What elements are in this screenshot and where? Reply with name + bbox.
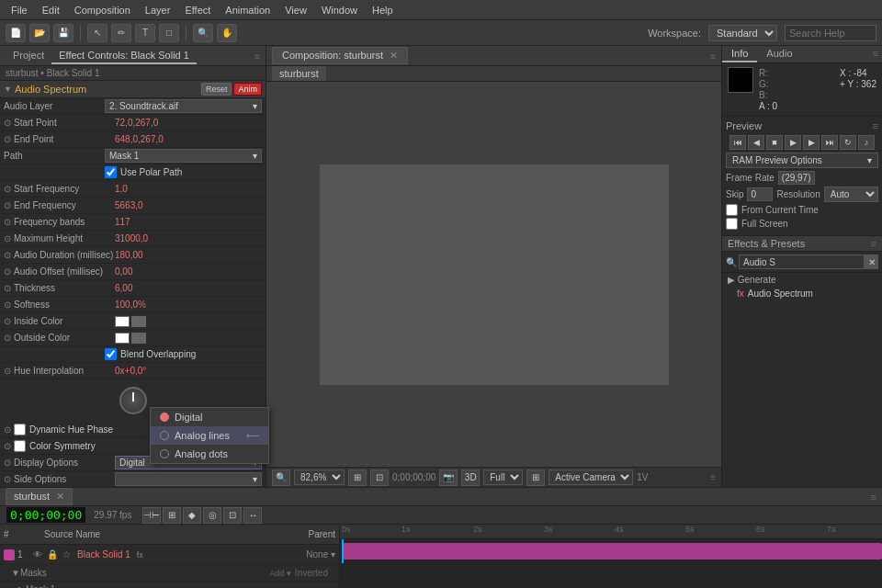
- stopwatch-display-opts[interactable]: ⊙: [4, 458, 11, 468]
- grid-btn[interactable]: ⊞: [526, 469, 545, 486]
- tool-select[interactable]: ↖: [87, 24, 107, 42]
- outside-color-swatch[interactable]: [115, 333, 130, 344]
- inside-color-swatch2[interactable]: [131, 316, 146, 327]
- menu-help[interactable]: Help: [365, 3, 401, 17]
- tool-hand[interactable]: ✋: [217, 24, 237, 42]
- layer-lock[interactable]: 🔒: [47, 549, 58, 560]
- new-btn[interactable]: 📄: [6, 24, 26, 42]
- prop-thickness-value[interactable]: 6,00: [115, 283, 262, 293]
- triangle-mask1[interactable]: ▶: [18, 584, 26, 588]
- color-preview-swatch[interactable]: [728, 67, 753, 93]
- stopwatch-audio-duration[interactable]: ⊙: [4, 250, 11, 260]
- path-dropdown[interactable]: Mask 1 ▾: [105, 149, 262, 163]
- stopwatch-max-height[interactable]: ⊙: [4, 233, 11, 243]
- dropdown-option-digital[interactable]: Digital: [151, 408, 268, 426]
- comp-tab[interactable]: Composition: sturburst ✕: [272, 47, 408, 64]
- color-symmetry-checkbox[interactable]: [14, 440, 26, 452]
- tab-audio[interactable]: Audio: [757, 46, 801, 62]
- side-options-dropdown[interactable]: ▾: [115, 472, 262, 486]
- track-bar-1[interactable]: [342, 543, 882, 560]
- tl-split-btn[interactable]: ⊣⊢: [142, 507, 161, 524]
- stopwatch-side-opts[interactable]: ⊙: [4, 474, 11, 484]
- prop-end-point-value[interactable]: 648,0,267,0: [115, 134, 262, 144]
- effects-item-audio-spectrum[interactable]: fx Audio Spectrum: [722, 287, 882, 300]
- stopwatch-softness[interactable]: ⊙: [4, 300, 11, 310]
- menu-file[interactable]: File: [4, 3, 35, 17]
- menu-animation[interactable]: Animation: [218, 3, 277, 17]
- layer-visibility[interactable]: 👁: [33, 549, 42, 560]
- stopwatch-dynamic-hue[interactable]: ⊙: [4, 424, 11, 435]
- prop-max-height-value[interactable]: 31000,0: [115, 233, 262, 243]
- step-fwd-btn[interactable]: ▶: [803, 135, 820, 150]
- open-btn[interactable]: 📂: [29, 24, 50, 42]
- tl-switch-btn[interactable]: ↔: [243, 507, 262, 524]
- reset-button[interactable]: Reset: [201, 83, 232, 96]
- dynamic-hue-checkbox[interactable]: [14, 424, 26, 435]
- preview-options-btn[interactable]: ≡: [873, 120, 878, 131]
- menu-composition[interactable]: Composition: [67, 3, 138, 17]
- tab-project[interactable]: Project: [6, 48, 51, 64]
- prop-start-point-value[interactable]: 72,0,267,0: [115, 118, 262, 128]
- stopwatch-freq-bands[interactable]: ⊙: [4, 217, 11, 227]
- stopwatch-hue-interp[interactable]: ⊙: [4, 366, 11, 376]
- quality-select[interactable]: Full: [483, 469, 523, 485]
- panel-options-btn[interactable]: ≡: [254, 51, 260, 62]
- stopwatch-end-point[interactable]: ⊙: [4, 134, 11, 144]
- triangle-masks[interactable]: ▼: [11, 568, 20, 578]
- prop-start-freq-value[interactable]: 1,0: [115, 184, 262, 194]
- effects-options-btn[interactable]: ≡: [871, 238, 876, 249]
- prop-freq-bands-value[interactable]: 117: [115, 217, 262, 227]
- prop-end-freq-value[interactable]: 5663,0: [115, 200, 262, 210]
- effects-search-input[interactable]: [739, 254, 865, 269]
- zoom-select[interactable]: 82,6%: [294, 469, 345, 485]
- region-btn[interactable]: ⊡: [370, 469, 389, 486]
- dropdown-option-analog-lines[interactable]: Analog lines ⟵: [151, 426, 268, 445]
- 3d-btn[interactable]: 3D: [461, 469, 480, 486]
- comp-tab-close[interactable]: ✕: [390, 50, 398, 61]
- menu-window[interactable]: Window: [314, 3, 365, 17]
- effects-category-generate[interactable]: ▶ Generate: [722, 273, 882, 287]
- view-mode-btn[interactable]: ⊞: [348, 469, 367, 486]
- stopwatch-inside-color[interactable]: ⊙: [4, 316, 11, 326]
- tool-text[interactable]: T: [135, 24, 155, 42]
- ffwd-btn[interactable]: ⏭: [821, 135, 838, 150]
- tab-info[interactable]: Info: [722, 46, 757, 62]
- save-btn[interactable]: 💾: [53, 24, 74, 42]
- stopwatch-start-freq[interactable]: ⊙: [4, 184, 11, 194]
- prop-audio-offset-value[interactable]: 0,00: [115, 266, 262, 277]
- loop-btn[interactable]: ↻: [840, 135, 856, 150]
- workspace-select[interactable]: Standard: [708, 25, 777, 41]
- layer-shy[interactable]: ☆: [62, 549, 71, 560]
- tl-ripple-btn[interactable]: ⊞: [163, 507, 181, 524]
- comp-options-btn[interactable]: ≡: [710, 51, 716, 62]
- from-current-checkbox[interactable]: [726, 204, 738, 216]
- tl-motion-btn[interactable]: ⊡: [223, 507, 242, 524]
- playhead[interactable]: [342, 539, 344, 563]
- effects-clear-btn[interactable]: ✕: [865, 254, 878, 269]
- skip-input[interactable]: [747, 187, 773, 201]
- magnify-btn[interactable]: 🔍: [272, 469, 290, 486]
- help-search[interactable]: [785, 25, 876, 41]
- menu-effect[interactable]: Effect: [177, 3, 218, 17]
- audio-btn[interactable]: ♪: [858, 135, 875, 150]
- tool-pen[interactable]: ✏: [111, 24, 131, 42]
- timeline-tab-sturbust[interactable]: sturbust ✕: [6, 488, 73, 505]
- stopwatch-color-sym[interactable]: ⊙: [4, 441, 11, 451]
- menu-edit[interactable]: Edit: [35, 3, 67, 17]
- frame-rate-input[interactable]: [778, 171, 815, 185]
- stopwatch-audio-offset[interactable]: ⊙: [4, 266, 11, 277]
- play-btn[interactable]: ▶: [785, 135, 801, 150]
- stopwatch-thickness[interactable]: ⊙: [4, 283, 11, 293]
- menu-view[interactable]: View: [277, 3, 314, 17]
- effect-collapse-triangle[interactable]: ▼: [4, 85, 12, 94]
- snap-btn[interactable]: ≡: [710, 472, 716, 482]
- stopwatch-start-point[interactable]: ⊙: [4, 118, 11, 128]
- layer-name-1[interactable]: Black Solid 1: [77, 549, 130, 560]
- tl-marker-btn[interactable]: ◆: [183, 507, 201, 524]
- dropdown-option-analog-dots[interactable]: Analog dots: [151, 445, 268, 463]
- stopwatch-outside-color[interactable]: ⊙: [4, 333, 11, 343]
- anim-button[interactable]: Anim: [233, 83, 262, 96]
- step-back-btn[interactable]: ◀: [748, 135, 764, 150]
- stop-btn[interactable]: ■: [766, 135, 783, 150]
- polar-path-checkbox[interactable]: [105, 166, 117, 178]
